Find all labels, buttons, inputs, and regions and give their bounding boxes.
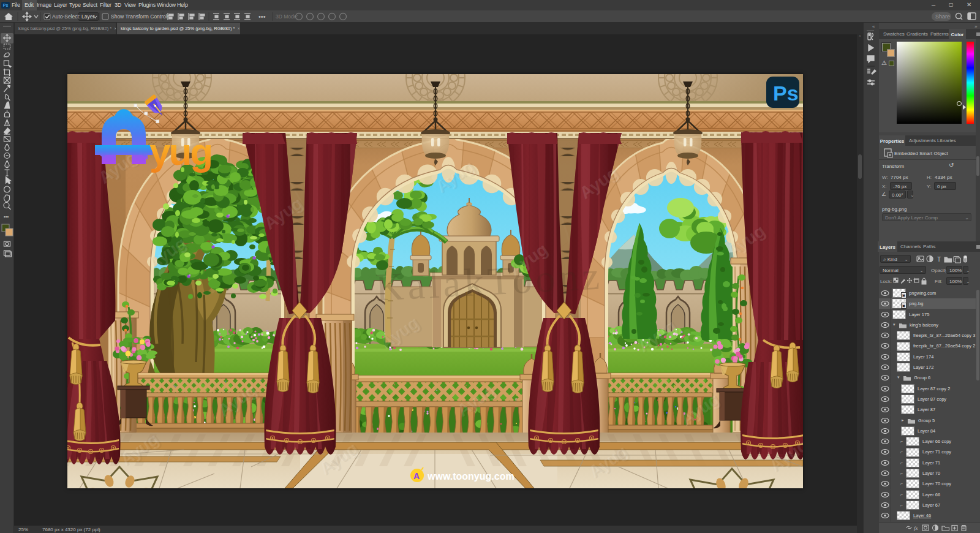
svg-text:Ps: Ps xyxy=(773,81,799,105)
svg-text:www.toonyug.com: www.toonyug.com xyxy=(427,471,514,482)
svg-text:yug: yug xyxy=(149,130,211,173)
svg-text:T: T xyxy=(937,256,941,263)
svg-text:•••: ••• xyxy=(4,214,9,219)
svg-text:fx: fx xyxy=(914,525,918,531)
svg-text:A: A xyxy=(413,471,420,481)
svg-text:Share: Share xyxy=(935,13,950,20)
svg-text:•••: ••• xyxy=(258,13,266,20)
